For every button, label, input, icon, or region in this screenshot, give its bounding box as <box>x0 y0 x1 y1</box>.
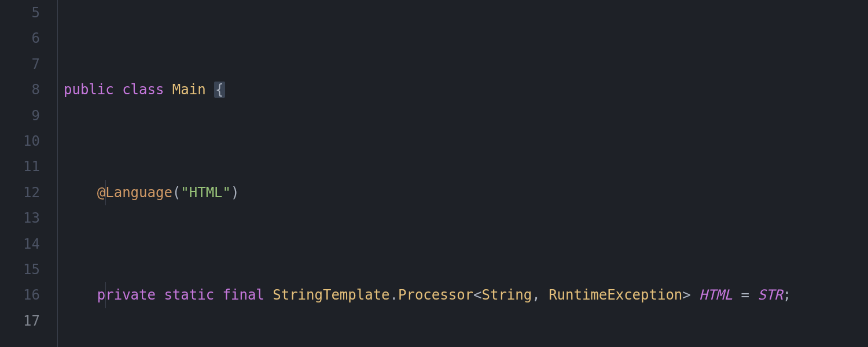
field-html: HTML <box>699 287 733 303</box>
line-number: 5 <box>0 0 40 25</box>
annotation-arg: "HTML" <box>181 184 231 201</box>
keyword-class: class <box>122 82 164 98</box>
code-line[interactable]: @Language("HTML") <box>64 180 868 205</box>
line-number-gutter: 5 6 7 8 9 10 11 12 13 14 15 16 17 <box>0 0 58 347</box>
line-number: 9 <box>0 103 40 128</box>
line-number: 15 <box>0 257 40 282</box>
code-editor[interactable]: 5 6 7 8 9 10 11 12 13 14 15 16 17 public… <box>0 0 868 347</box>
code-line[interactable]: public class Main { <box>64 77 868 102</box>
line-number: 12 <box>0 180 40 205</box>
line-number: 8 <box>0 77 40 102</box>
code-line[interactable]: private static final StringTemplate.Proc… <box>64 282 868 308</box>
annotation: @Language <box>97 184 172 201</box>
line-number: 14 <box>0 231 40 257</box>
line-number: 17 <box>0 308 40 334</box>
line-number: 16 <box>0 282 40 308</box>
line-number: 13 <box>0 205 40 231</box>
brace-open: { <box>214 82 225 98</box>
code-area[interactable]: public class Main { @Language("HTML") pr… <box>58 0 868 347</box>
line-number: 10 <box>0 128 40 154</box>
line-number: 7 <box>0 51 40 77</box>
line-number: 11 <box>0 154 40 179</box>
line-number: 6 <box>0 25 40 51</box>
keyword-public: public <box>64 82 114 98</box>
field-str: STR <box>757 287 782 303</box>
class-name: Main <box>172 82 206 98</box>
